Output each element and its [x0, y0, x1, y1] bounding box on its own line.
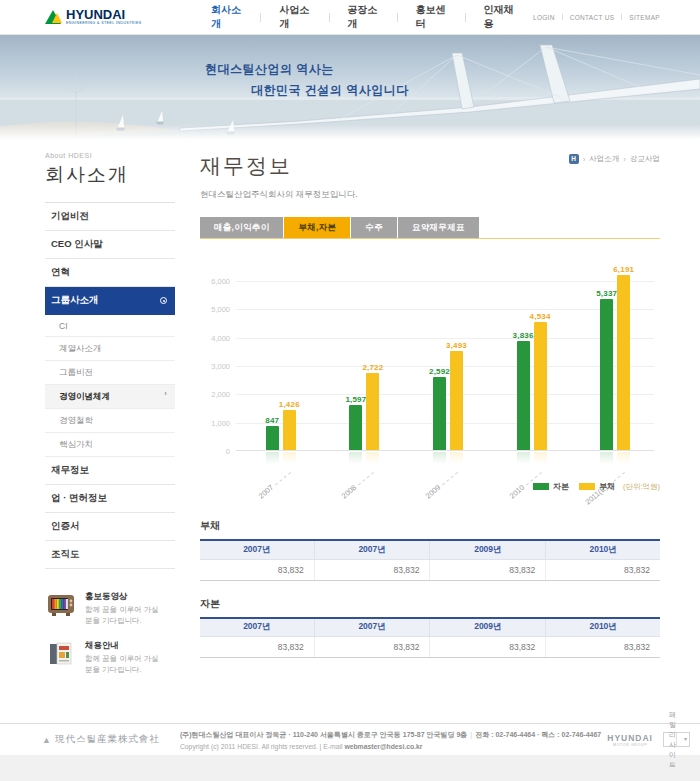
table-cell: 83,832: [430, 559, 546, 580]
sidebar-item[interactable]: 연혁: [45, 259, 175, 287]
chevron-right-icon: ›: [164, 389, 167, 398]
utility-link-sitemap[interactable]: SITEMAP: [629, 14, 660, 21]
promo-desc: 함께 꿈을 이루어 가실 분을 기다립니다.: [85, 605, 163, 627]
utility-link-login[interactable]: LOGIN: [533, 14, 555, 21]
sidebar-subitem[interactable]: 그룹비전: [45, 361, 175, 385]
sidebar-item[interactable]: CEO 인사말: [45, 231, 175, 259]
bar-reflection: [450, 452, 463, 464]
gridline: [236, 309, 654, 310]
bar-부채-2009[interactable]: [450, 351, 463, 450]
bar-value-label: 4,534: [518, 312, 562, 321]
promo-채용안내[interactable]: 채용안내함께 꿈을 이루어 가실 분을 기다립니다.: [45, 640, 175, 676]
breadcrumb-separator: ›: [583, 155, 586, 164]
bar-reflection: [266, 452, 279, 464]
global-nav: 회사소개사업소개공장소개홍보센터인재채용: [193, 3, 533, 31]
sidebar-item[interactable]: 재무정보: [45, 457, 175, 485]
sidebar-menu: 기업비전CEO 인사말연혁그룹사소개CI계열사소개그룹비전경영이념체계›경영철학…: [45, 202, 175, 569]
bar-value-label: 6,191: [602, 265, 646, 274]
header: HYUNDAI ENGINEERING & STEEL INDUSTRIES 회…: [0, 0, 700, 35]
footer-email[interactable]: webmaster@hdesi.co.kr: [344, 743, 422, 750]
sidebar: About HDESI 회사소개 기업비전CEO 인사말연혁그룹사소개CI계열사…: [45, 152, 175, 723]
x-label-dash: [442, 472, 458, 486]
sidebar-item[interactable]: 그룹사소개: [45, 287, 175, 315]
tab-bar: 매출,이익추이부채,자본수주요약재무제표: [200, 217, 660, 239]
tab-2[interactable]: 부채,자본: [284, 217, 350, 238]
bar-reflection: [433, 452, 446, 464]
bar-자본-2011(E)[interactable]: [600, 299, 613, 450]
sidebar-subitem[interactable]: 계열사소개: [45, 337, 175, 361]
page-description: 현대스틸산업주식회사의 재무정보입니다.: [200, 189, 660, 201]
y-axis-label: 6,000: [200, 277, 230, 286]
nav-item-5[interactable]: 인재채용: [466, 3, 533, 31]
logo-subtext: ENGINEERING & STEEL INDUSTRIES: [66, 21, 142, 25]
nav-item-3[interactable]: 공장소개: [329, 3, 396, 31]
sidebar-item[interactable]: 인증서: [45, 513, 175, 541]
pyramid-icon: ▲: [42, 735, 52, 745]
legend-label-부채: 부채: [599, 481, 615, 492]
motor-group-logo[interactable]: HYUNDAI MOTOR GROUP: [607, 733, 653, 747]
sidebar-item[interactable]: 조직도: [45, 541, 175, 569]
hyundai-triangle-icon: [45, 10, 61, 24]
tab-4[interactable]: 요약재무제표: [398, 217, 479, 238]
utility-nav: LOGINCONTACT USSITEMAP: [533, 14, 660, 21]
sidebar-subitem[interactable]: CI: [45, 315, 175, 337]
bar-부채-2007[interactable]: [283, 410, 296, 450]
utility-link-contact-us[interactable]: CONTACT US: [570, 14, 615, 21]
sidebar-item[interactable]: 기업비전: [45, 203, 175, 231]
promo-text: 채용안내함께 꿈을 이루어 가실 분을 기다립니다.: [85, 640, 163, 676]
sidebar-subitem[interactable]: 핵심가치: [45, 433, 175, 457]
bar-value-label: 1,426: [267, 400, 311, 409]
sidebar-submenu: CI계열사소개그룹비전경영이념체계›경영철학핵심가치: [45, 315, 175, 457]
x-axis-label: 2008: [326, 468, 376, 512]
footer-logo: ▲ 現代스틸産業株式會社: [42, 733, 160, 746]
breadcrumb-item[interactable]: 사업소개: [589, 154, 619, 164]
sidebar-subitem[interactable]: 경영이념체계›: [45, 385, 175, 409]
motor-group-brand: HYUNDAI: [607, 733, 653, 743]
nav-item-1[interactable]: 회사소개: [193, 3, 260, 31]
footer-text: (주)현대스틸산업 대표이사 정욱균 · 110-240 서울특별시 종로구 안…: [180, 730, 601, 750]
table-title: 자본: [200, 597, 660, 611]
table-body: 83,83283,83283,83283,832: [200, 637, 660, 658]
family-site-select[interactable]: 패밀리사이트 ▾: [663, 732, 690, 747]
hero-line1: 현대스틸산업의 역사는: [205, 61, 409, 78]
bar-부채-2008[interactable]: [366, 373, 379, 450]
sidebar-promos: 홍보동영상함께 꿈을 이루어 가실 분을 기다립니다.채용안내함께 꿈을 이루어…: [45, 591, 175, 676]
table-cell: 83,832: [200, 559, 314, 580]
nav-item-2[interactable]: 사업소개: [261, 3, 328, 31]
breadcrumb-separator: ›: [623, 155, 626, 164]
breadcrumb: H›사업소개›강교사업: [569, 154, 660, 164]
breadcrumb-item[interactable]: 강교사업: [630, 154, 660, 164]
family-site-label: 패밀리사이트: [664, 710, 676, 770]
promo-title: 채용안내: [85, 640, 163, 652]
company-logo[interactable]: HYUNDAI ENGINEERING & STEEL INDUSTRIES: [45, 9, 175, 25]
column-header: 2007년: [200, 540, 314, 559]
bar-부채-2011(E)[interactable]: [617, 275, 630, 450]
sidebar-subitem[interactable]: 경영철학: [45, 409, 175, 433]
bar-자본-2010[interactable]: [517, 341, 530, 450]
bar-reflection: [617, 452, 630, 464]
bar-value-label: 2,722: [351, 363, 395, 372]
main: H›사업소개›강교사업 재무정보 현대스틸산업주식회사의 재무정보입니다. 매출…: [200, 152, 660, 723]
y-axis-label: 3,000: [200, 362, 230, 371]
hero-fade: [0, 124, 700, 140]
tab-1[interactable]: 매출,이익추이: [200, 217, 283, 238]
footer-logo-text: 現代스틸産業株式會社: [55, 733, 160, 746]
table-body: 83,83283,83283,83283,832: [200, 559, 660, 580]
tables-area: 부채2007년2007년2009년2010년83,83283,83283,832…: [200, 519, 660, 658]
bar-자본-2009[interactable]: [433, 377, 446, 450]
bar-자본-2007[interactable]: [266, 426, 279, 450]
table-cell: 83,832: [200, 637, 314, 658]
nav-item-4[interactable]: 홍보센터: [397, 3, 464, 31]
promo-text: 홍보동영상함께 꿈을 이루어 가실 분을 기다립니다.: [85, 591, 163, 627]
sidebar-item[interactable]: 업 · 면허정보: [45, 485, 175, 513]
promo-desc: 함께 꿈을 이루어 가실 분을 기다립니다.: [85, 654, 163, 676]
table-header-row: 2007년2007년2009년2010년: [200, 618, 660, 637]
utility-separator: [621, 14, 622, 20]
hero-banner: 현대스틸산업의 역사는 대한민국 건설의 역사입니다: [0, 35, 700, 140]
column-header: 2009년: [430, 618, 546, 637]
promo-홍보동영상[interactable]: 홍보동영상함께 꿈을 이루어 가실 분을 기다립니다.: [45, 591, 175, 627]
breadcrumb-home-icon[interactable]: H: [569, 154, 579, 164]
bar-부채-2010[interactable]: [534, 322, 547, 450]
bar-자본-2008[interactable]: [349, 405, 362, 450]
tab-3[interactable]: 수주: [351, 217, 397, 238]
